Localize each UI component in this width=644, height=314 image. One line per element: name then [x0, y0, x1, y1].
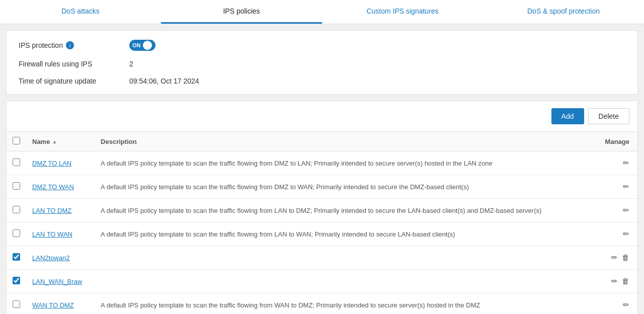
- row-name-link[interactable]: LAN2towan2: [32, 254, 69, 262]
- toggle-label: ON: [131, 42, 141, 48]
- tab-dos-attacks[interactable]: DoS attacks: [0, 0, 161, 24]
- header-name: Name ▲: [26, 132, 95, 151]
- row-checkbox[interactable]: [13, 159, 20, 166]
- row-description: [95, 270, 595, 293]
- row-checkbox-cell: [7, 151, 26, 175]
- row-checkbox[interactable]: [13, 277, 20, 284]
- row-manage-cell: ✏🗑: [595, 270, 637, 293]
- row-checkbox[interactable]: [13, 182, 20, 190]
- ips-protection-text: IPS protection: [19, 41, 63, 49]
- row-checkbox[interactable]: [13, 300, 20, 308]
- row-name-cell: DMZ TO WAN: [26, 175, 95, 199]
- table-row: DMZ TO LANA default IPS policy template …: [7, 151, 637, 175]
- signature-time-text: Time of signature update: [19, 77, 96, 85]
- row-checkbox[interactable]: [13, 206, 20, 213]
- row-description: A default IPS policy template to scan th…: [95, 293, 595, 315]
- header-checkbox-cell: [7, 132, 26, 151]
- row-checkbox[interactable]: [13, 253, 20, 261]
- signature-time-label: Time of signature update: [19, 77, 129, 85]
- delete-row-button[interactable]: 🗑: [620, 276, 631, 286]
- edit-button[interactable]: ✏: [621, 205, 631, 216]
- tab-bar: DoS attacks IPS policies Custom IPS sign…: [0, 0, 644, 24]
- row-name-link[interactable]: LAN_WAN_Braw: [32, 278, 82, 285]
- row-checkbox-cell: [7, 199, 26, 222]
- edit-button[interactable]: ✏: [621, 228, 631, 240]
- row-manage-cell: ✏: [595, 199, 637, 222]
- signature-time-row: Time of signature update 09:54:06, Oct 1…: [19, 77, 625, 85]
- row-checkbox[interactable]: [13, 229, 20, 237]
- row-name-link[interactable]: WAN TO DMZ: [32, 301, 74, 309]
- row-description: A default IPS policy template to scan th…: [95, 175, 595, 199]
- table-row: LAN TO DMZA default IPS policy template …: [7, 199, 637, 222]
- toggle-knob: [143, 41, 152, 50]
- row-manage-cell: ✏🗑: [595, 246, 637, 270]
- edit-button[interactable]: ✏: [609, 276, 620, 287]
- info-icon[interactable]: i: [66, 41, 74, 49]
- table-row: LAN_WAN_Braw✏🗑: [7, 270, 637, 293]
- row-manage-cell: ✏: [595, 222, 637, 246]
- ips-toggle[interactable]: ON: [129, 40, 155, 51]
- ips-protection-label: IPS protection i: [19, 41, 129, 49]
- row-manage-cell: ✏: [595, 293, 637, 315]
- row-checkbox-cell: [7, 222, 26, 246]
- row-checkbox-cell: [7, 246, 26, 270]
- firewall-rules-text: Firewall rules using IPS: [19, 60, 92, 68]
- row-name-cell: WAN TO DMZ: [26, 293, 95, 315]
- table-row: LAN2towan2✏🗑: [7, 246, 637, 270]
- row-name-cell: LAN TO WAN: [26, 222, 95, 246]
- row-name-cell: LAN TO DMZ: [26, 199, 95, 222]
- delete-row-button[interactable]: 🗑: [620, 252, 631, 263]
- ips-policies-table: Name ▲ Description Manage DMZ TO LANA de…: [7, 131, 637, 314]
- table-row: WAN TO DMZA default IPS policy template …: [7, 293, 637, 315]
- edit-button[interactable]: ✏: [621, 158, 631, 169]
- add-button[interactable]: Add: [551, 108, 584, 124]
- tab-custom-ips-signatures[interactable]: Custom IPS signatures: [322, 0, 483, 24]
- row-name-link[interactable]: LAN TO DMZ: [32, 207, 71, 214]
- sort-arrow-icon: ▲: [52, 139, 57, 144]
- table-header-row: Name ▲ Description Manage: [7, 132, 637, 151]
- row-description: A default IPS policy template to scan th…: [95, 151, 595, 175]
- row-name-link[interactable]: LAN TO WAN: [32, 230, 72, 238]
- row-checkbox-cell: [7, 175, 26, 199]
- delete-button[interactable]: Delete: [588, 108, 629, 124]
- table-row: DMZ TO WANA default IPS policy template …: [7, 175, 637, 199]
- tab-ips-policies[interactable]: IPS policies: [161, 0, 322, 24]
- info-card: IPS protection i ON Firewall rules using…: [6, 30, 638, 95]
- table-row: LAN TO WANA default IPS policy template …: [7, 222, 637, 246]
- row-manage-cell: ✏: [595, 175, 637, 199]
- row-checkbox-cell: [7, 293, 26, 315]
- row-name-cell: LAN_WAN_Braw: [26, 270, 95, 293]
- row-name-cell: LAN2towan2: [26, 246, 95, 270]
- edit-button[interactable]: ✏: [621, 181, 631, 192]
- row-description: [95, 246, 595, 270]
- edit-button[interactable]: ✏: [621, 299, 631, 310]
- table-toolbar: Add Delete: [7, 101, 637, 131]
- row-name-link[interactable]: DMZ TO LAN: [32, 160, 71, 167]
- ips-protection-row: IPS protection i ON: [19, 40, 625, 51]
- row-name-cell: DMZ TO LAN: [26, 151, 95, 175]
- row-description: A default IPS policy template to scan th…: [95, 222, 595, 246]
- tab-dos-spoof-protection[interactable]: DoS & spoof protection: [483, 0, 644, 24]
- table-card: Add Delete Name ▲ Description Manage DMZ…: [6, 101, 638, 314]
- row-checkbox-cell: [7, 270, 26, 293]
- row-description: A default IPS policy template to scan th…: [95, 199, 595, 222]
- header-description: Description: [95, 132, 595, 151]
- firewall-rules-row: Firewall rules using IPS 2: [19, 60, 625, 68]
- firewall-rules-value: 2: [129, 60, 133, 68]
- row-name-link[interactable]: DMZ TO WAN: [32, 183, 74, 191]
- row-manage-cell: ✏: [595, 151, 637, 175]
- table-body: DMZ TO LANA default IPS policy template …: [7, 151, 637, 315]
- header-manage: Manage: [595, 132, 637, 151]
- header-name-label: Name: [32, 138, 50, 145]
- signature-time-value: 09:54:06, Oct 17 2024: [129, 77, 199, 85]
- edit-button[interactable]: ✏: [609, 252, 620, 263]
- select-all-checkbox[interactable]: [13, 137, 20, 144]
- info-section: IPS protection i ON Firewall rules using…: [7, 31, 637, 94]
- firewall-rules-label: Firewall rules using IPS: [19, 60, 129, 68]
